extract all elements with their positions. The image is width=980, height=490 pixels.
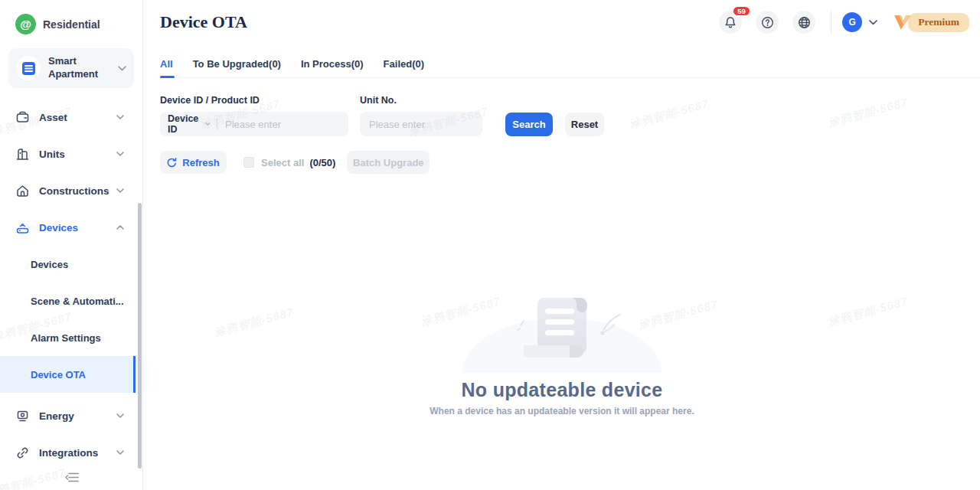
sidebar-item-integrations[interactable]: Integrations [0,434,142,471]
empty-state: No updateable device When a device has a… [144,293,980,416]
unit-no-field-label: Unit No. [360,95,452,106]
refresh-button[interactable]: Refresh [160,151,227,174]
field-divider [217,119,217,130]
bell-icon [724,16,737,29]
sidebar-collapse-button[interactable] [0,468,143,487]
asset-icon [16,111,29,124]
header-divider [831,11,831,34]
feather-icon [603,315,620,332]
premium-v-icon [893,14,913,31]
device-id-select-value: Device ID [168,113,201,135]
main-content: Device OTA 59 G Premium All T [144,0,980,490]
chevron-down-icon [116,115,124,119]
chevron-down-icon [116,152,124,156]
globe-icon [798,16,811,29]
tab-failed[interactable]: Failed(0) [384,58,424,77]
empty-state-subtitle: When a device has an updateable version … [144,406,980,416]
empty-state-title: No updateable device [144,379,980,401]
devices-icon [16,221,29,234]
sidebar-item-scene-automation[interactable]: Scene & Automati... [0,283,136,319]
chevron-down-icon [205,122,211,126]
sidebar-item-energy[interactable]: Energy [0,397,142,434]
unit-no-field [360,112,482,136]
list-toolbar: Refresh Select all (0/50) Batch Upgrade [160,151,430,174]
tab-bar: All To Be Upgraded(0) In Process(0) Fail… [160,58,980,78]
sidebar-item-label: Asset [39,112,67,123]
tab-all[interactable]: All [160,58,173,77]
batch-upgrade-button[interactable]: Batch Upgrade [347,151,430,174]
select-all-checkbox[interactable] [243,157,254,168]
sidebar-item-devices-sub[interactable]: Devices [0,246,136,283]
chevron-down-icon [116,413,124,418]
sparkle-icon [518,321,524,330]
collapse-menu-icon [65,472,79,482]
integrations-icon [16,446,29,459]
device-id-field-label: Device ID / Product ID [160,95,260,106]
language-button[interactable] [792,11,815,34]
device-id-input[interactable] [225,119,341,130]
sidebar-item-devices[interactable]: Devices [0,209,142,246]
header-actions: 59 G Premium [705,11,969,34]
chevron-down-icon [116,188,124,193]
help-button[interactable] [756,11,779,34]
units-icon [16,148,29,161]
help-icon [761,16,774,29]
sidebar-item-label: Integrations [39,447,98,459]
search-button[interactable]: Search [505,113,553,136]
sidebar-item-label: Energy [39,410,74,422]
device-id-combo-field: Device ID [160,112,348,136]
filter-fields: Device ID Search Reset [160,112,604,136]
account-menu[interactable]: G [842,12,877,32]
select-all-label: Select all [261,157,304,168]
residential-logo-icon: @ [15,14,36,34]
premium-plan[interactable]: Premium [893,13,969,32]
sidebar-nav: Asset Units Constructions Devices Device… [0,99,142,471]
refresh-label: Refresh [182,157,219,168]
unit-no-input[interactable] [369,119,473,130]
device-id-type-select[interactable]: Device ID [168,113,210,135]
sidebar-item-label: Constructions [39,185,109,197]
tab-to-be-upgraded[interactable]: To Be Upgraded(0) [193,58,281,77]
refresh-icon [167,158,177,168]
chevron-up-icon [116,225,124,230]
page-title: Device OTA [160,12,247,32]
sidebar-item-label: Devices [39,222,78,234]
app-logo: @ Residential [0,0,142,34]
notifications-button[interactable]: 59 [719,11,742,34]
sidebar-item-constructions[interactable]: Constructions [0,172,142,209]
sidebar-item-alarm-settings[interactable]: Alarm Settings [0,319,136,356]
chevron-down-icon [118,66,126,71]
sidebar-item-units[interactable]: Units [0,136,142,172]
premium-badge: Premium [908,13,969,32]
workspace-selector[interactable]: Smart Apartment [8,48,134,88]
avatar: G [842,12,862,32]
chevron-down-icon [116,450,124,455]
sidebar-item-asset[interactable]: Asset [0,99,142,136]
sidebar-item-device-ota[interactable]: Device OTA [0,356,136,393]
apartment-icon [16,56,41,80]
selection-count: (0/50) [309,157,335,168]
constructions-icon [16,185,29,198]
empty-illustration [447,293,677,362]
sidebar-item-label: Units [39,149,65,160]
energy-icon [16,410,29,423]
sidebar-scrollbar[interactable] [138,203,142,469]
app-name: Residential [43,18,100,31]
chevron-down-icon [869,20,877,25]
notification-badge: 59 [732,5,751,17]
reset-button[interactable]: Reset [565,113,604,136]
filter-labels: Device ID / Product ID Unit No. [160,95,260,106]
sidebar: @ Residential Smart Apartment Asset Unit… [0,0,143,490]
workspace-name: Smart Apartment [48,55,110,81]
tab-in-process[interactable]: In Process(0) [301,58,364,77]
